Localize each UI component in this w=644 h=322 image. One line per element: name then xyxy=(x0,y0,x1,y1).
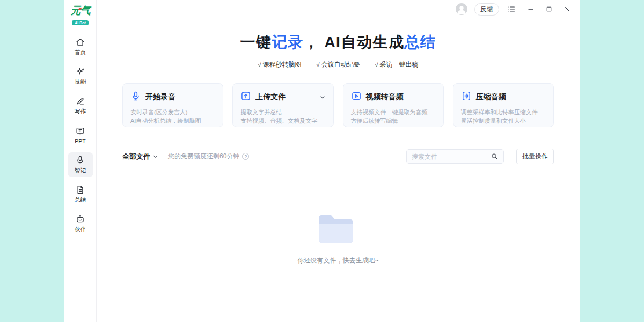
sidebar-item-writing[interactable]: 写作 xyxy=(68,93,93,118)
robot-icon xyxy=(75,214,85,224)
video-play-icon xyxy=(351,91,362,104)
all-files-label: 全部文件 xyxy=(122,152,150,162)
sidebar-item-label: 写作 xyxy=(75,108,86,115)
card-desc-line: 方便后续转写编辑 xyxy=(351,116,436,125)
close-icon[interactable] xyxy=(562,4,572,14)
summary-doc-icon xyxy=(75,185,85,195)
sidebar-item-label: PPT xyxy=(75,138,85,144)
card-description: 提取文字并总结 支持视频、音频、文档及文字 xyxy=(240,108,325,125)
card-desc-line: AI自动分析总结，绘制脑图 xyxy=(130,116,215,125)
home-icon xyxy=(75,37,85,47)
sidebar-item-ppt[interactable]: PPT xyxy=(68,123,93,148)
page-title: 一键记录， AI自动生成总结 xyxy=(97,32,580,53)
sidebar-item-label: 首页 xyxy=(75,49,86,56)
empty-folder-icon xyxy=(314,211,362,246)
app-logo: 元气 AI Bot xyxy=(71,5,90,26)
sidebar-item-label: 伙伴 xyxy=(75,226,86,233)
sidebar-item-smart-notes[interactable]: 智记 xyxy=(68,152,93,177)
search-input[interactable] xyxy=(412,153,491,160)
card-desc-line: 提取文字并总结 xyxy=(240,108,325,116)
sidebar-item-partner[interactable]: 伙伴 xyxy=(68,211,93,236)
main-area: 反馈 一键记录， AI自动生成总结 √课程秒转脑图 √会议自动纪要 √采访 xyxy=(97,0,580,322)
feature-badge: √课程秒转脑图 xyxy=(258,60,301,69)
sidebar-item-summary[interactable]: 总结 xyxy=(68,182,93,207)
empty-message: 你还没有文件，快去生成吧~ xyxy=(297,256,378,265)
card-title: 压缩音频 xyxy=(476,92,506,102)
avatar[interactable] xyxy=(456,3,467,15)
mic-icon xyxy=(130,91,141,104)
check-icon: √ xyxy=(375,62,378,68)
divider xyxy=(510,153,510,160)
compress-audio-card[interactable]: 压缩音频 调整采样率和比特率压缩文件 灵活控制质量和文件大小 xyxy=(453,83,554,127)
card-title: 视频转音频 xyxy=(366,92,404,102)
maximize-icon[interactable] xyxy=(544,4,554,14)
sidebar-item-label: 总结 xyxy=(75,196,86,204)
upload-icon xyxy=(240,91,251,104)
quota-label: 您的免费额度还剩60分钟 xyxy=(168,152,239,161)
start-recording-card[interactable]: 开始录音 实时录音(区分发言人) AI自动分析总结，绘制脑图 xyxy=(122,83,223,127)
card-title: 上传文件 xyxy=(255,92,286,102)
titlebar: 反馈 xyxy=(97,0,580,18)
pencil-icon xyxy=(75,96,85,106)
app-window: 元气 AI Bot 首页 技能 写作 xyxy=(64,0,580,322)
badge-text: 会议自动纪要 xyxy=(321,60,360,69)
logo-badge: AI Bot xyxy=(72,20,89,25)
sidebar-nav: 首页 技能 写作 PPT xyxy=(68,34,93,236)
batch-actions-button[interactable]: 批量操作 xyxy=(516,149,554,164)
action-cards: 开始录音 实时录音(区分发言人) AI自动分析总结，绘制脑图 上传文件 xyxy=(122,83,554,127)
sidebar-item-label: 技能 xyxy=(75,78,86,86)
card-desc-line: 支持视频、音频、文档及文字 xyxy=(240,116,325,125)
title-part-highlight: 总结 xyxy=(404,34,436,50)
sparkles-icon xyxy=(75,67,85,77)
all-files-dropdown[interactable]: 全部文件 xyxy=(122,152,158,162)
card-description: 支持视频文件一键提取为音频 方便后续转写编辑 xyxy=(351,108,436,125)
card-desc-line: 灵活控制质量和文件大小 xyxy=(461,116,546,125)
card-desc-line: 支持视频文件一键提取为音频 xyxy=(351,108,436,116)
chevron-down-icon xyxy=(152,153,158,159)
title-part: ， AI自动生成 xyxy=(304,34,405,50)
video-to-audio-card[interactable]: 视频转音频 支持视频文件一键提取为音频 方便后续转写编辑 xyxy=(343,83,444,127)
chevron-down-icon[interactable] xyxy=(319,94,326,100)
badge-text: 课程秒转脑图 xyxy=(262,60,301,69)
card-description: 调整采样率和比特率压缩文件 灵活控制质量和文件大小 xyxy=(461,108,546,125)
sidebar-item-skills[interactable]: 技能 xyxy=(68,64,93,89)
sidebar-item-label: 智记 xyxy=(75,167,86,174)
search-icon[interactable] xyxy=(491,152,499,160)
presentation-icon xyxy=(75,126,85,136)
card-desc-line: 实时录音(区分发言人) xyxy=(130,108,215,116)
audio-compress-icon xyxy=(461,91,472,104)
feature-badge: √会议自动纪要 xyxy=(316,60,360,69)
card-description: 实时录音(区分发言人) AI自动分析总结，绘制脑图 xyxy=(130,108,215,125)
empty-state: 你还没有文件，快去生成吧~ xyxy=(97,164,580,322)
feature-badge: √采访一键出稿 xyxy=(375,60,419,69)
sidebar: 元气 AI Bot 首页 技能 写作 xyxy=(64,0,97,322)
filter-bar: 全部文件 您的免费额度还剩60分钟 ? 批量操作 xyxy=(122,149,554,164)
badge-text: 采访一键出稿 xyxy=(380,60,419,69)
title-part-highlight: 记录 xyxy=(272,34,304,50)
check-icon: √ xyxy=(258,62,261,68)
help-icon[interactable]: ? xyxy=(242,153,249,160)
quota-text: 您的免费额度还剩60分钟 ? xyxy=(168,152,249,161)
upload-file-card[interactable]: 上传文件 提取文字并总结 支持视频、音频、文档及文字 xyxy=(232,83,333,127)
list-icon[interactable] xyxy=(506,4,517,14)
search-box xyxy=(406,149,504,164)
card-desc-line: 调整采样率和比特率压缩文件 xyxy=(461,108,546,116)
mic-icon xyxy=(75,155,85,165)
logo-wordmark: 元气 xyxy=(71,5,90,16)
feature-badges: √课程秒转脑图 √会议自动纪要 √采访一键出稿 xyxy=(97,60,580,69)
title-part: 一键 xyxy=(240,34,272,50)
card-title: 开始录音 xyxy=(145,92,175,102)
check-icon: √ xyxy=(316,62,319,68)
feedback-button[interactable]: 反馈 xyxy=(474,3,499,16)
window-controls xyxy=(526,4,572,14)
minimize-icon[interactable] xyxy=(526,4,536,14)
sidebar-item-home[interactable]: 首页 xyxy=(68,34,93,59)
